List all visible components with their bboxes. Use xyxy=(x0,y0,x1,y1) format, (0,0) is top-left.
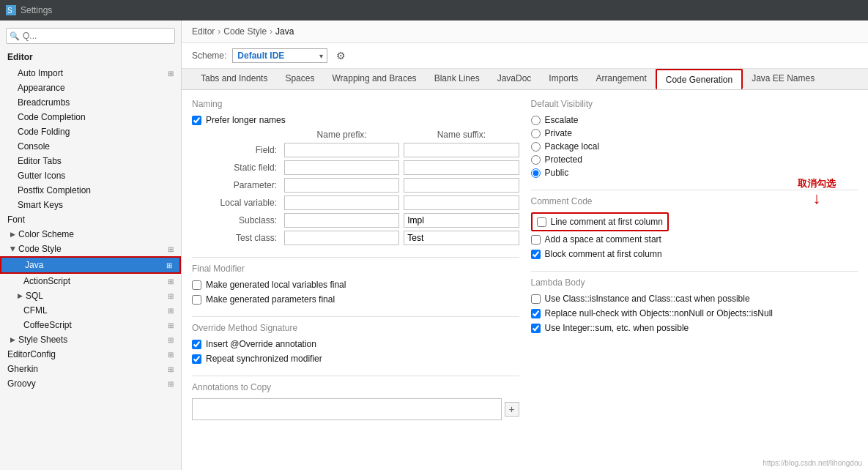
tab-wrapping-and-braces[interactable]: Wrapping and Braces xyxy=(323,69,425,89)
final-modifier-title: Final Modifier xyxy=(192,264,519,274)
sidebar-label: Console xyxy=(18,141,50,152)
sidebar-item-smartkeys[interactable]: Smart Keys xyxy=(0,198,181,212)
line-comment-label: Line comment at first column xyxy=(551,217,663,227)
breadcrumb-sep2: › xyxy=(270,26,272,37)
visibility-private-radio[interactable] xyxy=(531,129,541,138)
visibility-escalate-radio[interactable] xyxy=(531,116,541,125)
annotations-to-copy-title: Annotations to Copy xyxy=(192,382,519,392)
name-suffix-header: Name suffix: xyxy=(404,130,519,140)
sidebar-label: Color Scheme xyxy=(18,229,74,239)
tab-arrangement[interactable]: Arrangement xyxy=(587,69,655,89)
visibility-package-local[interactable]: Package local xyxy=(531,141,858,152)
scheme-select-wrap[interactable]: Default IDE xyxy=(232,48,327,63)
subclass-suffix-input[interactable] xyxy=(404,213,519,228)
gear-button[interactable]: ⚙ xyxy=(333,48,349,63)
sidebar-item-codefolding[interactable]: Code Folding xyxy=(0,124,181,139)
static-field-prefix-input[interactable] xyxy=(284,160,399,175)
sidebar-label: Code Folding xyxy=(18,127,70,137)
replace-null-check-checkbox[interactable] xyxy=(531,309,541,318)
final-params-checkbox[interactable] xyxy=(192,295,201,305)
use-integer-sum-row: Use Integer::sum, etc. when possible xyxy=(531,323,858,333)
final-local-checkbox[interactable] xyxy=(192,280,201,290)
sidebar-item-postfixcompletion[interactable]: Postfix Completion xyxy=(0,183,181,198)
sidebar-label: Code Completion xyxy=(18,112,86,122)
visibility-protected-radio[interactable] xyxy=(531,155,541,165)
field-suffix-input[interactable] xyxy=(404,143,519,157)
sidebar-item-java[interactable]: Java ⊞ xyxy=(0,256,181,274)
subclass-label: Subclass: xyxy=(192,215,280,225)
tab-spaces[interactable]: Spaces xyxy=(276,69,323,89)
visibility-package-local-radio[interactable] xyxy=(531,142,541,152)
insert-override-checkbox[interactable] xyxy=(192,340,201,349)
visibility-public-radio[interactable] xyxy=(531,168,541,178)
url-watermark: https://blog.csdn.net/lihongdou xyxy=(763,459,862,467)
use-class-isinstance-checkbox[interactable] xyxy=(531,294,541,304)
annotations-add-button[interactable]: + xyxy=(505,402,519,417)
tab-java-ee-names[interactable]: Java EE Names xyxy=(743,69,823,89)
tab-javadoc[interactable]: JavaDoc xyxy=(489,69,541,89)
local-variable-prefix-input[interactable] xyxy=(284,195,399,210)
visibility-protected-label: Protected xyxy=(545,154,582,165)
sidebar-item-gherkin[interactable]: Gherkin ⊞ xyxy=(0,362,181,376)
scroll-area: Naming Prefer longer names Name prefix: … xyxy=(182,90,868,470)
sidebar-item-actionscript[interactable]: ActionScript ⊞ xyxy=(0,274,181,288)
test-class-suffix-input[interactable] xyxy=(404,231,519,245)
tab-tabs-and-indents[interactable]: Tabs and Indents xyxy=(192,69,276,89)
sidebar-item-font[interactable]: Font xyxy=(0,212,181,227)
sidebar-item-sql[interactable]: ▶ SQL ⊞ xyxy=(0,288,181,303)
tab-code-generation[interactable]: Code Generation xyxy=(656,69,743,89)
space-at-comment-checkbox[interactable] xyxy=(531,235,541,245)
sidebar-item-editorconfig[interactable]: EditorConfig ⊞ xyxy=(0,347,181,362)
use-integer-sum-checkbox[interactable] xyxy=(531,324,541,333)
sidebar-item-console[interactable]: Console xyxy=(0,139,181,154)
parameter-label: Parameter: xyxy=(192,180,280,190)
local-variable-suffix-input[interactable] xyxy=(404,195,519,210)
sidebar-item-groovy[interactable]: Groovy ⊞ xyxy=(0,376,181,391)
sidebar-item-coffeescript[interactable]: CoffeeScript ⊞ xyxy=(0,318,181,332)
sidebar-item-codestyle[interactable]: ▶ Code Style ⊞ xyxy=(0,242,181,256)
repeat-synchronized-checkbox[interactable] xyxy=(192,354,201,364)
default-visibility-section: Default Visibility Escalate Private xyxy=(531,99,858,178)
sidebar-item-appearance[interactable]: Appearance xyxy=(0,81,181,95)
insert-override-label: Insert @Override annotation xyxy=(206,339,316,349)
sidebar-item-guttericons[interactable]: Gutter Icons xyxy=(0,168,181,183)
search-input[interactable] xyxy=(6,28,175,44)
field-label: Field: xyxy=(192,145,280,155)
sidebar-item-codecompletion[interactable]: Code Completion xyxy=(0,110,181,124)
static-field-suffix-input[interactable] xyxy=(404,160,519,175)
chevron-icon: ▶ xyxy=(18,292,23,299)
visibility-protected[interactable]: Protected xyxy=(531,154,858,165)
parameter-suffix-input[interactable] xyxy=(404,178,519,193)
subclass-prefix-input[interactable] xyxy=(284,213,399,228)
sidebar-item-autoimport[interactable]: Auto Import ⊞ xyxy=(0,66,181,81)
sidebar-item-cfml[interactable]: CFML ⊞ xyxy=(0,303,181,318)
visibility-escalate[interactable]: Escalate xyxy=(531,115,858,125)
use-class-isinstance-row: Use Class::isInstance and Class::cast wh… xyxy=(531,294,858,304)
block-comment-label: Block comment at first column xyxy=(545,249,662,259)
chevron-icon: ▶ xyxy=(10,247,17,252)
block-comment-checkbox[interactable] xyxy=(531,250,541,259)
visibility-private[interactable]: Private xyxy=(531,128,858,138)
copy-icon: ⊞ xyxy=(168,336,174,344)
block-comment-row: Block comment at first column xyxy=(531,249,858,259)
sidebar-item-stylesheets[interactable]: ▶ Style Sheets ⊞ xyxy=(0,332,181,347)
sidebar-item-editortabs[interactable]: Editor Tabs xyxy=(0,154,181,168)
visibility-public[interactable]: Public xyxy=(531,168,858,178)
search-box[interactable]: 🔍 xyxy=(6,28,175,44)
annotations-input[interactable] xyxy=(192,398,502,420)
scheme-select[interactable]: Default IDE xyxy=(232,48,327,63)
copy-icon: ⊞ xyxy=(168,307,174,315)
prefer-longer-names-checkbox[interactable] xyxy=(192,116,201,125)
tab-imports[interactable]: Imports xyxy=(540,69,587,89)
line-comment-checkbox[interactable] xyxy=(537,217,546,227)
sidebar-item-breadcrumbs[interactable]: Breadcrumbs xyxy=(0,95,181,110)
parameter-prefix-input[interactable] xyxy=(284,178,399,193)
search-icon: 🔍 xyxy=(10,31,20,41)
sidebar-label: Editor Tabs xyxy=(18,156,62,166)
test-class-prefix-input[interactable] xyxy=(284,231,399,245)
final-local-row: Make generated local variables final xyxy=(192,280,519,290)
field-prefix-input[interactable] xyxy=(284,143,399,157)
sidebar-item-colorscheme[interactable]: ▶ Color Scheme xyxy=(0,227,181,242)
breadcrumb-part-java: Java xyxy=(275,26,294,37)
tab-blank-lines[interactable]: Blank Lines xyxy=(426,69,489,89)
